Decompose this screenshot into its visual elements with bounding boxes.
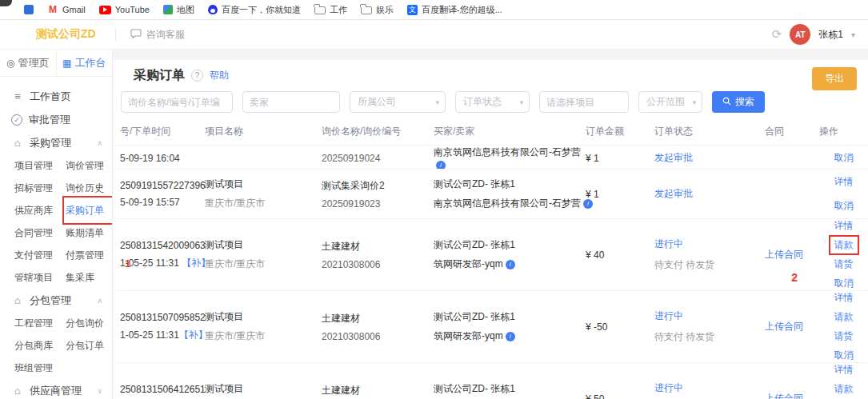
action-cancel-link[interactable]: 取消 [834,349,854,362]
action-detail-link[interactable]: 详情 [834,175,854,189]
sidebar-item-payment-mgmt[interactable]: 支付管理 [14,244,66,266]
action-cancel-link[interactable]: 取消 [834,277,854,290]
action-request-payment-link[interactable]: 请款 [834,239,854,250]
bookmark-youtube[interactable]: YouTube [99,5,150,14]
sidebar-item-approval[interactable]: ✓审批管理 [0,108,112,131]
table-row: 2508131506412651 1-05-25 11:31【补】 测试项目 重… [117,363,868,399]
upload-contract-link[interactable]: 上传合同 [765,321,803,332]
gear-icon: ◎ [6,58,14,69]
inquiry-name: 土建建材 [322,312,430,325]
bookmark-label: 地图 [177,4,194,16]
order-amount: ¥ 50 [586,393,604,399]
bookmark-gmail[interactable]: MGmail [47,4,86,15]
action-detail-link[interactable]: 详情 [834,291,854,305]
folder-icon [361,6,372,14]
help-link[interactable]: 帮助 [210,69,229,82]
grid-icon: ▦ [62,58,71,69]
public-scope-select[interactable]: 公开范围▾ [638,91,702,113]
action-detail-link[interactable]: 详情 [834,363,854,377]
sidebar-item-central-purchasing[interactable]: 集采库 [66,266,112,289]
seller-name: 南京筑网信息科技有限公司-石梦营 [434,146,581,158]
info-icon[interactable]: i [583,199,593,209]
bank-icon: ⌂ [11,385,24,397]
sidebar-item-supplier-pool[interactable]: 供应商库 [14,199,66,221]
sidebar-item-contract-mgmt[interactable]: 合同管理 [14,221,66,244]
inquiry-name: 土建建材 [322,384,430,397]
sidebar-item-engineering-mgmt[interactable]: 工程管理 [14,312,66,334]
action-request-payment-link[interactable]: 请款 [834,382,854,396]
project-location: 重庆市/重庆市 [205,197,318,210]
page-title: 采购订单 [134,67,185,84]
sidebar-group-supplier[interactable]: ⌂供应商管理∨ [0,379,112,399]
status-text: 进行中 [654,381,762,395]
inquiry-name: 土建建材 [322,240,430,253]
buyer-name: 测试公司ZD- 张栋1 [434,178,582,191]
chevron-up-icon: ∧ [97,139,102,147]
company-select[interactable]: 所属公司▾ [350,91,446,113]
sidebar-item-purchase-orders[interactable]: 采购订单 [66,199,112,221]
info-icon[interactable]: i [436,161,446,170]
bookmark-folder-fun[interactable]: 娱乐 [361,4,394,16]
sidebar-group-procurement[interactable]: ⌂采购管理∧ [0,131,112,154]
user-name[interactable]: 张栋1 [818,28,843,42]
buyer-name: 测试公司ZD- 张栋1 [434,310,582,324]
bookmark-folder-work[interactable]: 工作 [314,4,347,16]
sidebar-item-home[interactable]: ≡工作首页 [0,85,112,108]
upload-contract-link[interactable]: 上传合同 [765,249,803,260]
action-cancel-link[interactable]: 取消 [834,151,854,165]
project-select-input[interactable] [539,91,629,113]
action-cancel-link[interactable]: 取消 [834,199,854,213]
sidebar-item-project-mgmt[interactable]: 项目管理 [14,154,66,177]
folder-icon [314,6,326,14]
seller-input[interactable] [242,91,340,113]
sidebar-item-subcontractor-pool[interactable]: 分包商库 [14,334,66,357]
customer-support-button[interactable]: 咨询客服 [130,28,185,42]
order-number: 2508131507095852 [120,312,202,323]
chevron-down-icon[interactable]: ▾ [851,30,855,39]
bookmark-baidu[interactable]: 百度一下，你就知道 [208,4,301,16]
sidebar-item-subcontract-orders[interactable]: 分包订单 [66,334,112,357]
project-name: 测试项目 [205,238,318,252]
bookmark-label: 百度一下，你就知道 [222,4,301,16]
sidebar-item-crew-mgmt[interactable]: 班组管理 [14,357,66,379]
upload-contract-link[interactable]: 上传合同 [765,393,803,399]
tab-workbench[interactable]: ▦工作台 [56,50,113,76]
order-amount: ¥ 40 [586,249,604,261]
search-button[interactable]: 搜索 [712,91,765,113]
menu-label: 分包管理 [30,293,71,308]
order-status-select[interactable]: 订单状态▾ [455,91,530,113]
avatar[interactable]: AT [790,24,810,45]
buyer-name: 测试公司ZD- 张栋1 [434,238,582,252]
sidebar-item-inquiry-history[interactable]: 询价历史 [66,177,112,199]
sidebar-item-managed-projects[interactable]: 管辖项目 [14,266,66,289]
menu-label: 采购管理 [30,136,71,150]
export-button[interactable]: 导出 [812,67,857,90]
sidebar-item-inquiry-mgmt[interactable]: 询价管理 [66,154,112,177]
refresh-icon[interactable]: ⟳ [772,27,782,42]
browser-bookmarks-bar: MGmail YouTube 地图 百度一下，你就知道 工作 娱乐 文百度翻译-… [0,0,868,20]
tab-admin-page[interactable]: ◎管理页 [0,50,56,76]
action-detail-link[interactable]: 详情 [834,219,854,233]
bookmark-pinned[interactable] [24,5,34,14]
order-amount: ¥ 1 [586,189,599,200]
bookmark-icon [24,5,34,14]
sidebar-item-bidding-mgmt[interactable]: 招标管理 [14,177,66,199]
sidebar-group-subcontract[interactable]: ⌂分包管理∧ [0,289,112,312]
bookmark-maps[interactable]: 地图 [163,4,194,16]
select-value: 订单状态 [463,95,502,109]
bookmark-translate[interactable]: 文百度翻译-您的超级... [407,4,502,16]
action-request-goods-link[interactable]: 请货 [834,329,854,343]
info-icon[interactable]: i [506,332,515,341]
tab-label: 管理页 [18,56,49,70]
support-label: 咨询客服 [146,28,185,42]
sidebar-item-invoice-mgmt[interactable]: 付票管理 [66,244,112,266]
help-question-icon[interactable]: ? [191,70,203,82]
info-icon[interactable]: i [506,260,515,269]
inquiry-search-input[interactable] [121,91,233,113]
sidebar-item-subcontract-inquiry[interactable]: 分包询价 [66,312,112,334]
action-request-payment-link[interactable]: 请款 [834,310,854,324]
action-request-goods-link[interactable]: 请货 [834,257,854,271]
chevron-down-icon: ▾ [519,98,523,106]
sidebar-item-billing-list[interactable]: 账期清单 [66,221,112,244]
order-amount: ¥ 1 [586,153,599,164]
